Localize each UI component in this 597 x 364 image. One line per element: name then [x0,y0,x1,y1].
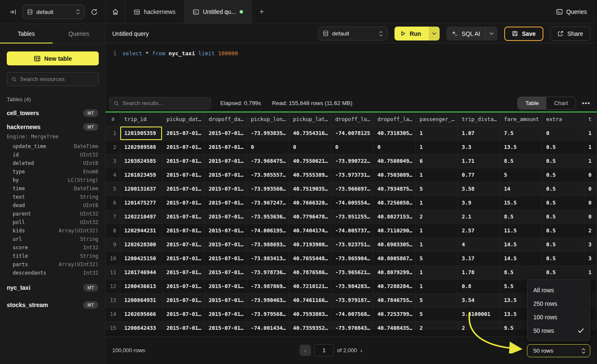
page-number-input[interactable] [314,344,334,356]
grid-cell[interactable]: 2 [584,224,597,237]
grid-cell[interactable]: 0.5 [542,182,584,196]
grid-cell[interactable]: 0.5 [542,168,584,182]
grid-cell[interactable]: 40.7461166… [289,293,331,307]
grid-cell[interactable]: 40.7408435… [373,321,415,330]
grid-cell[interactable]: 2 [415,321,457,330]
grid-cell[interactable]: 40.8027153… [373,210,415,224]
grid-cell[interactable]: 2.1 [457,210,500,224]
grid-cell[interactable]: 2 [457,321,500,330]
grid-cell[interactable]: 8.5 [500,210,542,224]
grid-cell[interactable]: 1 [415,140,457,154]
grid-cell[interactable]: 0 [373,140,415,154]
grid-cell[interactable]: -73.990722… [331,154,373,168]
grid-cell[interactable]: 2015-07-01… [204,196,246,210]
grid-column-header[interactable]: t [584,113,597,126]
grid-cell[interactable]: 1 [415,168,457,182]
grid-cell[interactable]: 2015-07-01… [204,279,246,293]
queries-button[interactable]: Queries [556,8,597,15]
grid-cell[interactable]: -73.973731… [331,168,373,182]
grid-cell[interactable]: 0.5 [542,210,584,224]
new-tab-button[interactable]: + [252,0,271,24]
view-toggle-table[interactable]: Table [518,97,546,109]
grid-cell[interactable]: 1 [415,196,457,210]
grid-cell[interactable]: 3 [584,251,597,265]
grid-cell[interactable]: 2015-07-01… [162,210,204,224]
grid-cell[interactable]: 2015-07-01… [204,182,246,196]
grid-cell[interactable]: 3.6100001 [457,307,500,321]
grid-cell[interactable]: 1202989588 [120,140,162,154]
grid-cell[interactable]: 2015-07-01… [162,265,204,279]
grid-cell[interactable]: 40.7655448… [289,251,331,265]
grid-cell[interactable]: 40.7503089… [373,168,415,182]
grid-cell[interactable]: 3.54 [457,293,500,307]
collapse-left-icon[interactable] [9,8,16,16]
grid-cell[interactable]: 14 [500,182,542,196]
sql-editor[interactable]: 1 select * from nyc_taxi limit 100000 [105,43,597,95]
grid-cell[interactable]: 11.5 [500,224,542,237]
page-size-select[interactable]: 50 rows [527,344,590,357]
grid-cell[interactable]: 14.5 [500,251,542,265]
grid-cell[interactable]: 40.7210121… [289,279,331,293]
grid-cell[interactable]: -73.978736… [246,265,289,279]
grid-cell[interactable]: 1201475277 [120,196,162,210]
grid-cell[interactable]: 2015-07-01… [204,168,246,182]
grid-cell[interactable]: 1202695666 [120,307,162,321]
grid-cell[interactable]: 0 [542,126,584,140]
grid-cell[interactable]: 1 [584,265,597,279]
grid-cell[interactable]: 40.7555389… [289,168,331,182]
grid-cell[interactable]: 0.5 [542,196,584,210]
grid-cell[interactable]: -73.951255… [331,210,373,224]
grid-cell[interactable]: 2015-07-01… [204,293,246,307]
grid-cell[interactable]: 2015-07-01… [162,293,204,307]
grid-cell[interactable]: 2015-07-01… [204,210,246,224]
sidebar-item-cell-towers[interactable]: cell_towers MT [7,106,98,120]
grid-cell[interactable]: -74.006195… [246,224,289,237]
sidebar-search-input[interactable] [20,76,94,82]
grid-cell[interactable]: 13.5 [500,140,542,154]
grid-cell[interactable]: 0.5 [542,265,584,279]
grid-cell[interactable]: -73.984283… [331,279,373,293]
grid-cell[interactable]: 2015-07-01… [162,168,204,182]
grid-cell[interactable]: 2.57 [457,224,500,237]
grid-cell[interactable]: 3.58 [457,182,500,196]
grid-cell[interactable]: 1 [584,154,597,168]
grid-cell[interactable]: -74.005554… [331,196,373,210]
prev-page-button[interactable]: ‹ [300,345,311,356]
grid-cell[interactable]: 1200842433 [120,321,162,330]
grid-cell[interactable]: 5 [500,168,542,182]
grid-cell[interactable]: 0 [584,210,597,224]
tab-hackernews[interactable]: hackernews [125,0,184,24]
sql-ai-options-button[interactable] [486,32,497,35]
share-button[interactable]: Share [550,27,590,41]
page-size-option[interactable]: 100 rows [527,310,590,324]
grid-cell[interactable]: 4 [457,237,500,251]
grid-cell[interactable]: 2015-07-01… [162,279,204,293]
grid-column-header[interactable]: trip_dista… [457,113,500,126]
overflow-menu-icon[interactable]: ••• [576,100,597,107]
grid-cell[interactable]: 0.8 [457,279,500,293]
grid-column-header[interactable]: dropoff_lo… [331,113,373,126]
page-size-option[interactable]: 50 rows [527,324,590,337]
grid-column-header[interactable]: dropoff_da… [204,113,246,126]
run-options-button[interactable] [429,27,440,40]
grid-cell[interactable]: 2015-07-01… [162,307,204,321]
grid-cell[interactable]: 40.7846755… [373,293,415,307]
grid-cell[interactable]: -73.983413… [246,251,289,265]
grid-cell[interactable]: -74.007568… [331,307,373,321]
grid-column-header[interactable]: pickup_dat… [162,113,204,126]
grid-cell[interactable]: 2015-07-01… [204,140,246,154]
grid-cell[interactable]: 40.7550621… [289,154,331,168]
grid-cell[interactable]: 1200436613 [120,279,162,293]
grid-cell[interactable]: 1203824585 [120,154,162,168]
grid-cell[interactable]: 0.5 [542,154,584,168]
grid-cell[interactable]: 0 [331,140,373,154]
grid-cell[interactable]: 1201023459 [120,168,162,182]
grid-cell[interactable]: 14.5 [500,237,542,251]
grid-cell[interactable]: 0.5 [542,140,584,154]
grid-cell[interactable]: 3 [584,237,597,251]
grid-cell[interactable]: 40.7256050… [373,196,415,210]
sidebar-tab-queries[interactable]: Queries [53,24,105,43]
view-toggle-chart[interactable]: Chart [546,97,575,109]
grid-cell[interactable]: 2015-07-01… [204,237,246,251]
grid-cell[interactable]: -73.967247… [246,196,289,210]
